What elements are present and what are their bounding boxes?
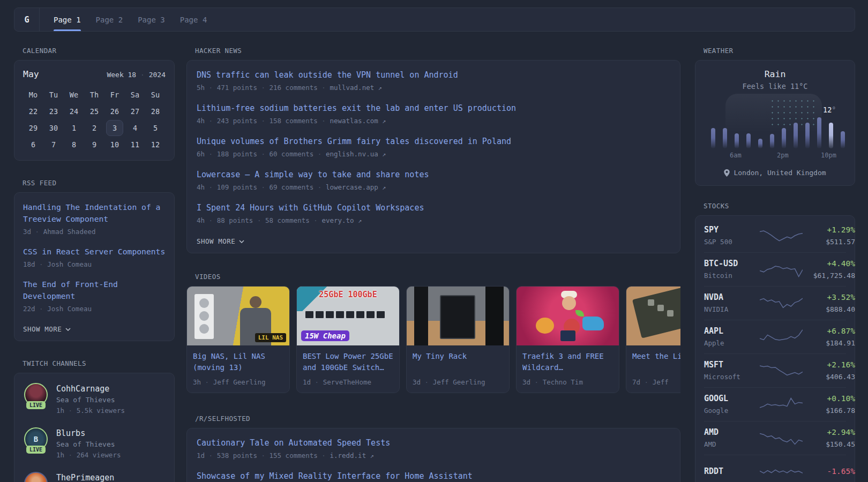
video-title[interactable]: Big NAS, Lil NAS (moving 13): [193, 351, 283, 375]
stock-row[interactable]: SPYS&P 500 +1.29%$511.57: [704, 219, 846, 252]
reddit-item-title[interactable]: Showcase of my Mixed Reality Interface f…: [197, 470, 670, 482]
twitch-channel[interactable]: B LIVE Blurbs Sea of Thieves 1h · 264 vi…: [23, 427, 166, 460]
stock-row[interactable]: NVDANVIDIA +3.52%$888.40: [704, 286, 846, 320]
stock-price: $61,725.48: [803, 270, 855, 281]
weather-bar: [794, 123, 798, 148]
hn-item-domain[interactable]: english.nv.ua: [326, 150, 378, 158]
weather-header: WEATHER: [704, 47, 855, 55]
twitch-widget: LIVE CohhCarnage Sea of Thieves 1h · 5.5…: [14, 373, 175, 482]
hn-item-domain[interactable]: newatlas.com: [330, 117, 378, 125]
video-title[interactable]: BEST Low Power 25GbE and 100GbE Switch…: [303, 351, 393, 375]
hn-item-domain[interactable]: lowercase.app: [326, 183, 378, 191]
reddit-item-title[interactable]: Cautionary Tale on Automated Speed Tests: [197, 437, 670, 449]
stock-change: -1.65%: [803, 466, 855, 477]
stock-price: $406.43: [803, 372, 855, 382]
weather-time-axis: 6am 2pm 10pm: [705, 152, 845, 160]
stock-sparkline: [760, 429, 803, 447]
rss-item: Handling The Indentation of a Treeview C…: [23, 201, 166, 237]
weather-bar: [770, 134, 774, 148]
calendar-day: 26: [104, 103, 125, 119]
rss-item-title[interactable]: The End of Front-End Development: [23, 278, 166, 302]
map-pin-icon: [724, 169, 730, 177]
middle-column: HACKER NEWS DNS traffic can leak outside…: [186, 47, 680, 482]
stock-change: +2.94%: [803, 427, 855, 438]
stock-price: $888.40: [803, 304, 855, 314]
hn-item-title[interactable]: Lowercase – A simple way to take and sha…: [197, 169, 670, 180]
calendar-selected-day: 3: [106, 120, 123, 136]
rss-show-more-button[interactable]: SHOW MORE: [23, 325, 71, 333]
stock-sparkline: [760, 227, 803, 245]
hn-item-meta: 5h · 471 points · 216 comments · mullvad…: [197, 82, 670, 93]
stock-symbol: AAPL: [704, 326, 760, 337]
channel-viewers: 1h · 264 viewers: [56, 450, 121, 460]
app-logo[interactable]: G: [14, 8, 40, 31]
channel-name[interactable]: CohhCarnage: [56, 383, 125, 395]
hn-item-domain[interactable]: every.to: [321, 216, 354, 224]
rss-item-meta: 3d · Ahmad Shadeed: [23, 227, 166, 237]
rss-item-title[interactable]: Handling The Indentation of a Treeview C…: [23, 201, 166, 225]
calendar-day: 5: [145, 120, 166, 136]
stock-row[interactable]: RDDT -1.65%: [704, 455, 846, 482]
video-card[interactable]: Traefik 3 and FREE Wildcard… 3d · Techno…: [516, 286, 619, 393]
calendar-day: 24: [64, 103, 84, 119]
twitch-channel[interactable]: ThePrimeagen: [23, 472, 166, 482]
tab-page-1[interactable]: Page 1: [46, 8, 88, 31]
reddit-item: Showcase of my Mixed Reality Interface f…: [197, 470, 670, 482]
video-title[interactable]: My Tiny Rack: [413, 351, 503, 375]
video-card[interactable]: My Tiny Rack 3d · Jeff Geerling: [406, 286, 510, 393]
stock-row[interactable]: AAPLApple +6.87%$184.91: [704, 320, 846, 353]
video-title[interactable]: Meet the Linux Clu: [632, 351, 680, 375]
reddit-item: Cautionary Tale on Automated Speed Tests…: [197, 437, 670, 461]
channel-viewers: 1h · 5.5k viewers: [56, 405, 125, 416]
hn-item-domain[interactable]: mullvad.net: [330, 84, 374, 92]
hn-item-title[interactable]: Unique volumes of Brothers Grimm fairy t…: [197, 135, 670, 147]
calendar-day: 2: [84, 120, 104, 136]
weather-bar: [735, 133, 739, 148]
channel-avatar: [24, 472, 48, 482]
weather-bar: [746, 133, 751, 148]
tab-page-4[interactable]: Page 4: [173, 8, 215, 31]
rss-item-title[interactable]: CSS in React Server Components: [23, 246, 166, 258]
stock-symbol: MSFT: [704, 359, 760, 371]
stock-symbol: SPY: [704, 224, 760, 236]
stock-row[interactable]: BTC-USDBitcoin +4.40%$61,725.48: [704, 252, 846, 286]
twitch-channel[interactable]: LIVE CohhCarnage Sea of Thieves 1h · 5.5…: [23, 383, 166, 416]
hn-show-more-button[interactable]: SHOW MORE: [197, 237, 244, 245]
weather-bar: [829, 123, 833, 148]
channel-game: Sea of Thieves: [56, 395, 125, 405]
video-card[interactable]: LIL NAS Big NAS, Lil NAS (moving 13) 3h …: [186, 286, 290, 393]
external-link-icon: ↗: [382, 117, 386, 125]
weather-bar: [782, 128, 786, 148]
tab-page-3[interactable]: Page 3: [130, 8, 173, 31]
video-card[interactable]: 25GbE 100GbE 15W Cheap BEST Low Power 25…: [296, 286, 400, 393]
hn-item-title[interactable]: DNS traffic can leak outside the VPN tun…: [197, 69, 670, 81]
video-meta: 1d · ServeTheHome: [303, 378, 393, 386]
tab-page-2[interactable]: Page 2: [88, 8, 131, 31]
stock-price: $184.91: [803, 338, 855, 348]
reddit-item-domain[interactable]: i.redd.it: [330, 451, 366, 460]
video-card[interactable]: FAS Meet the Linux Clu 7d · Jeff: [626, 286, 680, 393]
calendar-day: 7: [43, 137, 64, 153]
stock-price: $150.45: [803, 439, 855, 449]
hn-item-title[interactable]: Lithium-free sodium batteries exit the l…: [197, 102, 670, 114]
stock-symbol: NVDA: [704, 292, 760, 303]
twitch-header: TWITCH CHANNELS: [23, 359, 175, 367]
chevron-down-icon: [65, 328, 71, 331]
rss-item: CSS in React Server Components 18d · Jos…: [23, 246, 166, 269]
rss-item-meta: 22d · Josh Comeau: [23, 304, 166, 314]
stock-row[interactable]: MSFTMicrosoft +2.16%$406.43: [704, 353, 846, 387]
channel-name[interactable]: Blurbs: [56, 427, 121, 439]
stock-price: $511.57: [803, 237, 855, 247]
stock-row[interactable]: GOOGLGoogle +0.10%$166.78: [704, 387, 846, 421]
calendar-day: 29: [23, 120, 43, 136]
channel-name[interactable]: ThePrimeagen: [56, 472, 114, 482]
calendar-day: 25: [84, 103, 104, 119]
videos-carousel: LIL NAS Big NAS, Lil NAS (moving 13) 3h …: [186, 286, 680, 393]
video-thumbnail: [517, 287, 619, 345]
rss-item-meta: 18d · Josh Comeau: [23, 259, 166, 269]
stock-symbol: GOOGL: [704, 393, 760, 404]
stock-row[interactable]: AMDAMD +2.94%$150.45: [704, 421, 846, 455]
stock-symbol: AMD: [704, 427, 760, 438]
hn-item-title[interactable]: I Spent 24 Hours with GitHub Copilot Wor…: [197, 202, 670, 214]
video-title[interactable]: Traefik 3 and FREE Wildcard…: [522, 351, 613, 375]
